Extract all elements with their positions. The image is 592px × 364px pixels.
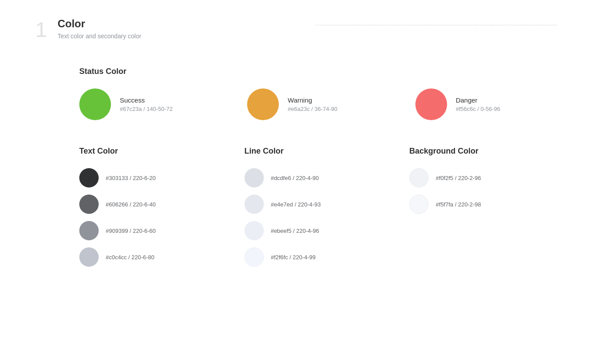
line-color-circle-3: [244, 221, 264, 240]
status-color-title: Status Color: [79, 67, 557, 76]
list-item: #606266 / 220-6-40: [79, 195, 227, 214]
danger-color-info: Danger #f56c6c / 0-56-96: [456, 96, 500, 112]
background-color-title: Background Color: [409, 147, 557, 156]
background-color-list: #f0f2f5 / 220-2-96 #f5f7fa / 220-2-98: [409, 168, 557, 214]
line-color-value-1: #dcdfe6 / 220-4-90: [271, 175, 319, 181]
status-color-section: Status Color Success #67c23a / 140-50-72…: [79, 67, 557, 120]
list-item: #f5f7fa / 220-2-98: [409, 195, 557, 214]
status-color-item-danger: Danger #f56c6c / 0-56-96: [415, 88, 557, 120]
text-color-circle-1: [79, 168, 99, 188]
warning-color-circle: [247, 88, 279, 120]
text-color-value-3: #909399 / 220-6-60: [106, 228, 155, 234]
warning-color-info: Warning #e6a23c / 36-74-90: [288, 96, 337, 112]
text-color-section: Text Color #303133 / 220-6-20 #606266 / …: [79, 147, 227, 267]
text-color-title: Text Color: [79, 147, 227, 156]
success-color-circle: [79, 88, 111, 120]
header-text: Color Text color and secondary color: [58, 18, 299, 40]
bg-color-circle-2: [409, 195, 429, 214]
danger-value: #f56c6c / 0-56-96: [456, 106, 500, 112]
page-title: Color: [58, 18, 299, 30]
dotted-divider: [316, 25, 557, 26]
step-number: 1: [35, 19, 47, 40]
success-value: #67c23a / 140-50-72: [120, 106, 173, 112]
text-color-circle-3: [79, 221, 99, 240]
list-item: #303133 / 220-6-20: [79, 168, 227, 188]
line-color-circle-4: [244, 247, 264, 267]
background-color-section: Background Color #f0f2f5 / 220-2-96 #f5f…: [409, 147, 557, 267]
line-color-section: Line Color #dcdfe6 / 220-4-90 #e4e7ed / …: [244, 147, 392, 267]
danger-label: Danger: [456, 96, 500, 104]
bg-color-value-2: #f5f7fa / 220-2-98: [436, 201, 481, 208]
list-item: #f2f6fc / 220-4-99: [244, 247, 392, 267]
bg-color-circle-1: [409, 168, 429, 188]
list-item: #ebeef5 / 220-4-96: [244, 221, 392, 240]
line-color-value-4: #f2f6fc / 220-4-99: [271, 254, 316, 261]
status-color-item-warning: Warning #e6a23c / 36-74-90: [247, 88, 388, 120]
page-container: 1 Color Text color and secondary color S…: [0, 0, 592, 284]
text-color-value-1: #303133 / 220-6-20: [106, 175, 155, 181]
line-color-value-2: #e4e7ed / 220-4-93: [271, 201, 321, 208]
list-item: #909399 / 220-6-60: [79, 221, 227, 240]
list-item: #dcdfe6 / 220-4-90: [244, 168, 392, 188]
line-color-list: #dcdfe6 / 220-4-90 #e4e7ed / 220-4-93 #e…: [244, 168, 392, 267]
list-item: #f0f2f5 / 220-2-96: [409, 168, 557, 188]
success-color-info: Success #67c23a / 140-50-72: [120, 96, 173, 112]
header-section: 1 Color Text color and secondary color: [35, 18, 557, 40]
three-column-sections: Text Color #303133 / 220-6-20 #606266 / …: [79, 147, 557, 267]
text-color-value-4: #c0c4cc / 220-6-80: [106, 254, 155, 261]
line-color-value-3: #ebeef5 / 220-4-96: [271, 228, 319, 234]
line-color-circle-2: [244, 195, 264, 214]
list-item: #e4e7ed / 220-4-93: [244, 195, 392, 214]
text-color-circle-4: [79, 247, 99, 267]
list-item: #c0c4cc / 220-6-80: [79, 247, 227, 267]
warning-label: Warning: [288, 96, 337, 104]
danger-color-circle: [415, 88, 447, 120]
text-color-list: #303133 / 220-6-20 #606266 / 220-6-40 #9…: [79, 168, 227, 267]
bg-color-value-1: #f0f2f5 / 220-2-96: [436, 175, 481, 181]
line-color-circle-1: [244, 168, 264, 188]
page-subtitle: Text color and secondary color: [58, 33, 299, 40]
status-color-item-success: Success #67c23a / 140-50-72: [79, 88, 221, 120]
warning-value: #e6a23c / 36-74-90: [288, 106, 337, 112]
status-color-row: Success #67c23a / 140-50-72 Warning #e6a…: [79, 88, 557, 120]
text-color-circle-2: [79, 195, 99, 214]
text-color-value-2: #606266 / 220-6-40: [106, 201, 155, 208]
content-area: Status Color Success #67c23a / 140-50-72…: [35, 67, 557, 267]
line-color-title: Line Color: [244, 147, 392, 156]
success-label: Success: [120, 96, 173, 104]
